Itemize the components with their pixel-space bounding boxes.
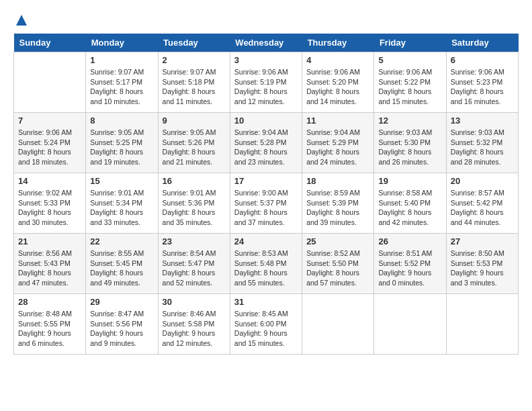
day-header-sunday: Sunday xyxy=(14,34,86,52)
calendar-cell: 25Sunrise: 8:52 AMSunset: 5:50 PMDayligh… xyxy=(302,234,374,294)
calendar-week-1: 1Sunrise: 9:07 AMSunset: 5:17 PMDaylight… xyxy=(14,52,519,113)
day-header-tuesday: Tuesday xyxy=(158,34,230,52)
cell-info: Sunrise: 9:07 AMSunset: 5:17 PMDaylight:… xyxy=(90,67,153,107)
date-number: 19 xyxy=(378,176,441,186)
page-header xyxy=(13,13,519,27)
cell-info: Sunrise: 8:57 AMSunset: 5:42 PMDaylight:… xyxy=(451,188,514,228)
calendar-week-4: 21Sunrise: 8:56 AMSunset: 5:43 PMDayligh… xyxy=(14,234,519,294)
date-number: 12 xyxy=(378,116,441,126)
logo xyxy=(13,13,28,27)
cell-info: Sunrise: 8:53 AMSunset: 5:48 PMDaylight:… xyxy=(234,248,298,288)
cell-info: Sunrise: 8:45 AMSunset: 6:00 PMDaylight:… xyxy=(234,309,298,349)
calendar-cell: 26Sunrise: 8:51 AMSunset: 5:52 PMDayligh… xyxy=(374,234,446,294)
calendar-cell: 10Sunrise: 9:04 AMSunset: 5:28 PMDayligh… xyxy=(230,113,302,173)
calendar-cell: 24Sunrise: 8:53 AMSunset: 5:48 PMDayligh… xyxy=(230,234,302,294)
calendar-cell xyxy=(374,294,446,355)
calendar-cell: 30Sunrise: 8:46 AMSunset: 5:58 PMDayligh… xyxy=(158,294,230,355)
cell-info: Sunrise: 9:03 AMSunset: 5:30 PMDaylight:… xyxy=(378,128,441,167)
date-number: 4 xyxy=(306,55,369,65)
day-header-wednesday: Wednesday xyxy=(230,34,302,52)
calendar-week-2: 7Sunrise: 9:06 AMSunset: 5:24 PMDaylight… xyxy=(14,113,519,173)
date-number: 21 xyxy=(18,236,81,246)
calendar-cell: 20Sunrise: 8:57 AMSunset: 5:42 PMDayligh… xyxy=(446,173,518,234)
date-number: 24 xyxy=(234,236,298,246)
date-number: 16 xyxy=(163,176,226,186)
calendar-cell: 16Sunrise: 9:01 AMSunset: 5:36 PMDayligh… xyxy=(158,173,230,234)
calendar-cell: 3Sunrise: 9:06 AMSunset: 5:19 PMDaylight… xyxy=(230,52,302,113)
calendar-cell xyxy=(446,294,518,355)
date-number: 15 xyxy=(90,176,153,186)
cell-info: Sunrise: 9:00 AMSunset: 5:37 PMDaylight:… xyxy=(234,188,298,228)
cell-info: Sunrise: 9:06 AMSunset: 5:23 PMDaylight:… xyxy=(451,67,514,107)
cell-info: Sunrise: 8:50 AMSunset: 5:53 PMDaylight:… xyxy=(451,248,514,288)
date-number: 1 xyxy=(90,55,153,65)
calendar-cell: 19Sunrise: 8:58 AMSunset: 5:40 PMDayligh… xyxy=(374,173,446,234)
calendar-cell: 13Sunrise: 9:03 AMSunset: 5:32 PMDayligh… xyxy=(446,113,518,173)
logo-icon xyxy=(15,13,28,27)
cell-info: Sunrise: 8:56 AMSunset: 5:43 PMDaylight:… xyxy=(18,248,81,288)
calendar-cell: 9Sunrise: 9:05 AMSunset: 5:26 PMDaylight… xyxy=(158,113,230,173)
date-number: 18 xyxy=(306,176,369,186)
cell-info: Sunrise: 8:46 AMSunset: 5:58 PMDaylight:… xyxy=(163,309,226,349)
calendar-cell: 21Sunrise: 8:56 AMSunset: 5:43 PMDayligh… xyxy=(14,234,86,294)
date-number: 25 xyxy=(306,236,369,246)
date-number: 3 xyxy=(234,55,298,65)
date-number: 8 xyxy=(90,116,153,126)
cell-info: Sunrise: 8:47 AMSunset: 5:56 PMDaylight:… xyxy=(90,309,153,349)
calendar-cell: 31Sunrise: 8:45 AMSunset: 6:00 PMDayligh… xyxy=(230,294,302,355)
calendar-table: SundayMondayTuesdayWednesdayThursdayFrid… xyxy=(13,34,519,355)
calendar-cell: 6Sunrise: 9:06 AMSunset: 5:23 PMDaylight… xyxy=(446,52,518,113)
calendar-cell: 18Sunrise: 8:59 AMSunset: 5:39 PMDayligh… xyxy=(302,173,374,234)
cell-info: Sunrise: 8:48 AMSunset: 5:55 PMDaylight:… xyxy=(18,309,81,349)
calendar-cell: 5Sunrise: 9:06 AMSunset: 5:22 PMDaylight… xyxy=(374,52,446,113)
cell-info: Sunrise: 9:06 AMSunset: 5:19 PMDaylight:… xyxy=(234,67,298,107)
date-number: 11 xyxy=(306,116,369,126)
calendar-cell: 4Sunrise: 9:06 AMSunset: 5:20 PMDaylight… xyxy=(302,52,374,113)
day-header-monday: Monday xyxy=(86,34,158,52)
day-header-thursday: Thursday xyxy=(302,34,374,52)
cell-info: Sunrise: 9:04 AMSunset: 5:28 PMDaylight:… xyxy=(234,128,298,167)
date-number: 17 xyxy=(234,176,298,186)
date-number: 23 xyxy=(163,236,226,246)
calendar-cell: 2Sunrise: 9:07 AMSunset: 5:18 PMDaylight… xyxy=(158,52,230,113)
cell-info: Sunrise: 9:01 AMSunset: 5:36 PMDaylight:… xyxy=(163,188,226,228)
day-header-friday: Friday xyxy=(374,34,446,52)
date-number: 31 xyxy=(234,297,298,307)
date-number: 28 xyxy=(18,297,81,307)
calendar-body: 1Sunrise: 9:07 AMSunset: 5:17 PMDaylight… xyxy=(14,52,519,355)
cell-info: Sunrise: 9:06 AMSunset: 5:20 PMDaylight:… xyxy=(306,67,369,107)
date-number: 7 xyxy=(18,116,81,126)
cell-info: Sunrise: 8:59 AMSunset: 5:39 PMDaylight:… xyxy=(306,188,369,228)
date-number: 26 xyxy=(378,236,441,246)
calendar-cell: 1Sunrise: 9:07 AMSunset: 5:17 PMDaylight… xyxy=(86,52,158,113)
calendar-cell xyxy=(14,52,86,113)
date-number: 20 xyxy=(451,176,514,186)
cell-info: Sunrise: 9:05 AMSunset: 5:25 PMDaylight:… xyxy=(90,128,153,167)
cell-info: Sunrise: 8:51 AMSunset: 5:52 PMDaylight:… xyxy=(378,248,441,288)
cell-info: Sunrise: 8:58 AMSunset: 5:40 PMDaylight:… xyxy=(378,188,441,228)
day-header-row: SundayMondayTuesdayWednesdayThursdayFrid… xyxy=(14,34,519,52)
calendar-week-3: 14Sunrise: 9:02 AMSunset: 5:33 PMDayligh… xyxy=(14,173,519,234)
cell-info: Sunrise: 9:03 AMSunset: 5:32 PMDaylight:… xyxy=(451,128,514,167)
calendar-cell: 29Sunrise: 8:47 AMSunset: 5:56 PMDayligh… xyxy=(86,294,158,355)
date-number: 2 xyxy=(163,55,226,65)
cell-info: Sunrise: 9:04 AMSunset: 5:29 PMDaylight:… xyxy=(306,128,369,167)
date-number: 27 xyxy=(451,236,514,246)
calendar-cell: 17Sunrise: 9:00 AMSunset: 5:37 PMDayligh… xyxy=(230,173,302,234)
cell-info: Sunrise: 9:07 AMSunset: 5:18 PMDaylight:… xyxy=(163,67,226,107)
day-header-saturday: Saturday xyxy=(446,34,518,52)
cell-info: Sunrise: 9:01 AMSunset: 5:34 PMDaylight:… xyxy=(90,188,153,228)
calendar-cell: 28Sunrise: 8:48 AMSunset: 5:55 PMDayligh… xyxy=(14,294,86,355)
cell-info: Sunrise: 9:05 AMSunset: 5:26 PMDaylight:… xyxy=(163,128,226,167)
date-number: 30 xyxy=(163,297,226,307)
calendar-cell: 23Sunrise: 8:54 AMSunset: 5:47 PMDayligh… xyxy=(158,234,230,294)
date-number: 13 xyxy=(451,116,514,126)
cell-info: Sunrise: 9:02 AMSunset: 5:33 PMDaylight:… xyxy=(18,188,81,228)
calendar-cell: 22Sunrise: 8:55 AMSunset: 5:45 PMDayligh… xyxy=(86,234,158,294)
svg-marker-0 xyxy=(16,15,27,26)
date-number: 29 xyxy=(90,297,153,307)
calendar-cell: 11Sunrise: 9:04 AMSunset: 5:29 PMDayligh… xyxy=(302,113,374,173)
cell-info: Sunrise: 8:52 AMSunset: 5:50 PMDaylight:… xyxy=(306,248,369,288)
date-number: 22 xyxy=(90,236,153,246)
cell-info: Sunrise: 9:06 AMSunset: 5:24 PMDaylight:… xyxy=(18,128,81,167)
